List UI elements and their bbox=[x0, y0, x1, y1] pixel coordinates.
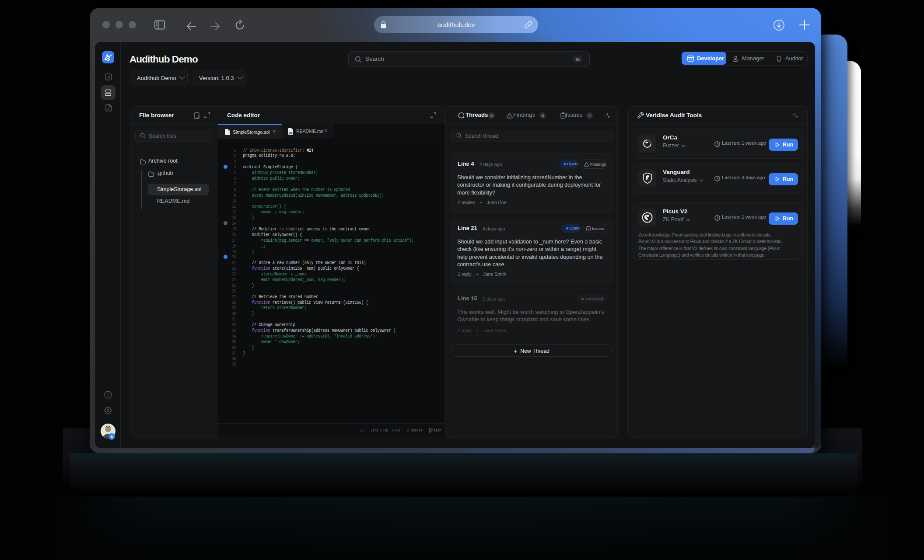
svg-text:MD: MD bbox=[289, 132, 293, 134]
